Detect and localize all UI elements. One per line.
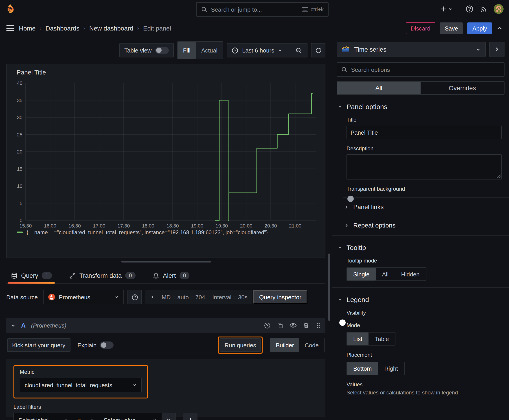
breadcrumb-edit-panel: Edit panel [143,25,171,32]
actual-option[interactable]: Actual [196,42,223,59]
mega-menu-button[interactable] [6,25,14,31]
chevron-right-icon: › [84,25,85,31]
operator-dropdown[interactable]: = [73,413,99,420]
breadcrumb-dashboards[interactable]: Dashboards [46,25,79,32]
time-range-label[interactable]: Last 6 hours [242,47,274,54]
plus-icon [187,417,193,420]
svg-text:15: 15 [17,166,23,172]
svg-text:18:00: 18:00 [142,223,154,228]
database-icon [11,272,17,279]
chevron-down-icon [153,418,157,420]
global-search-input[interactable]: Search or jump to... ctrl+k [196,2,328,17]
fill-actual-segmented: Fill Actual [177,41,223,59]
svg-text:16:30: 16:30 [68,223,81,228]
code-option[interactable]: Code [299,338,324,352]
panel-title: Panel Title [12,69,319,76]
metric-label: Metric [20,369,142,375]
vertical-scrollbar[interactable] [328,254,330,321]
remove-filter-button[interactable] [162,413,176,420]
chevron-up-icon [496,25,503,31]
panel-options-title: Panel options [347,103,387,110]
tooltip-title: Tooltip [347,244,366,251]
table-view-toggle[interactable] [155,47,168,54]
query-inspector-button[interactable]: Query inspector [253,290,308,304]
explain-toggle[interactable] [100,341,114,349]
apply-button[interactable]: Apply [467,22,492,34]
kick-start-button[interactable]: Kick start your query [7,338,70,352]
fill-option[interactable]: Fill [177,42,196,59]
panel-title-input[interactable] [347,126,502,139]
chart-legend: {__name__="cloudflared_tunnel_total_requ… [12,229,319,236]
search-shortcut: ctrl+k [302,6,324,13]
legend-series-swatch[interactable] [17,232,23,233]
chevron-right-icon: › [137,25,139,31]
run-queries-button[interactable]: Run queries [220,338,261,352]
datasource-picker[interactable]: Prometheus [43,290,124,304]
legend-mode-list[interactable]: List [347,332,369,345]
refresh-button[interactable] [311,44,325,57]
panel-links-section[interactable]: Panel links [332,198,509,210]
legend-mode-table[interactable]: Table [369,332,395,345]
user-avatar[interactable] [494,4,504,14]
bell-icon [153,272,159,279]
collapse-options-button[interactable] [489,42,504,57]
filter-all-tab[interactable]: All [337,82,421,94]
chevron-down-icon [114,295,119,299]
add-filter-button[interactable] [183,413,198,420]
breadcrumb-new-dashboard[interactable]: New dashboard [89,25,133,32]
tooltip-hidden-option[interactable]: Hidden [395,268,426,280]
legend-placement-bottom[interactable]: Bottom [347,362,378,375]
panel-options-header[interactable]: Panel options [332,95,509,110]
tooltip-header[interactable]: Tooltip [332,236,509,251]
query-help-icon[interactable] [264,322,271,329]
drag-handle-icon[interactable] [316,322,321,329]
help-icon [131,294,138,300]
tooltip-single-option[interactable]: Single [347,268,376,280]
visualization-picker[interactable]: Time series [337,42,486,57]
options-search-input[interactable]: Search options [337,62,504,77]
description-textarea[interactable] [347,154,502,180]
tooltip-all-option[interactable]: All [376,268,395,280]
tab-alert[interactable]: Alert 0 [150,272,192,283]
builder-code-segmented: Builder Code [270,338,325,352]
interval-value: Interval = 30s [212,294,248,300]
resize-handle-icon[interactable] [497,174,501,178]
zoom-out-button[interactable] [292,44,305,57]
datasource-help-button[interactable] [128,290,142,304]
svg-text:17:30: 17:30 [117,223,130,228]
breadcrumb-home[interactable]: Home [19,25,36,32]
news-rss-button[interactable] [480,5,487,13]
tab-query[interactable]: Query 1 [8,272,55,283]
breadcrumb-bar: Home › Dashboards › New dashboard › Edit… [0,18,509,38]
duplicate-query-icon[interactable] [277,322,283,329]
breadcrumb: Home › Dashboards › New dashboard › Edit… [19,25,171,32]
legend-header[interactable]: Legend [332,288,509,303]
filter-overrides-tab[interactable]: Overrides [421,82,504,94]
legend-values-desc: Select values or calculations to show in… [347,390,502,396]
clock-icon [232,47,239,54]
add-new-button[interactable] [440,5,452,13]
select-label-dropdown[interactable]: Select label [14,413,73,420]
legend-placement-right[interactable]: Right [378,362,404,375]
legend-series-label[interactable]: {__name__="cloudflared_tunnel_total_requ… [26,229,268,236]
chevron-right-icon [150,295,154,299]
metric-select[interactable]: cloudflared_tunnel_total_requests [20,378,142,392]
delete-query-icon[interactable] [303,322,309,329]
query-options-summary[interactable]: MD = auto = 704 Interval = 30s [145,290,252,304]
builder-option[interactable]: Builder [270,338,299,352]
svg-text:10: 10 [17,183,23,189]
viz-type-label: Time series [354,46,387,53]
chevron-down-icon [90,418,94,420]
discard-button[interactable]: Discard [406,22,435,34]
query-header[interactable]: A (Prometheus) [6,318,326,333]
collapse-header-button[interactable] [496,25,503,31]
select-value-dropdown[interactable]: Select value [99,413,162,420]
toggle-visibility-icon[interactable] [289,322,297,329]
time-series-chart[interactable]: 051015202530354015:3016:0016:3017:0017:3… [12,78,323,228]
repeat-options-section[interactable]: Repeat options [332,216,509,229]
panel-resize-handle[interactable] [121,261,211,262]
tab-transform[interactable]: Transform data 0 [66,272,138,283]
grafana-logo-icon[interactable] [5,4,15,14]
save-button[interactable]: Save [440,22,463,34]
help-button[interactable] [465,5,473,13]
